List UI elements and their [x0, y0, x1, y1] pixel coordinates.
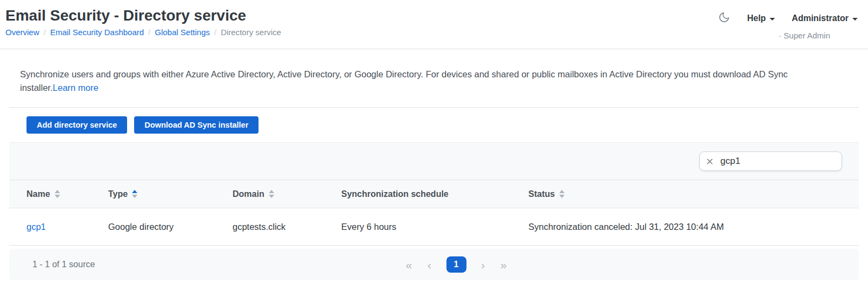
next-page-button[interactable]: ›: [479, 259, 487, 270]
sort-icon: [269, 190, 274, 198]
search-box[interactable]: [699, 151, 842, 171]
row-name-link[interactable]: gcp1: [26, 222, 46, 232]
column-header-type[interactable]: Type: [108, 189, 233, 199]
row-domain: gcptests.click: [233, 222, 341, 232]
previous-page-button[interactable]: ‹: [426, 259, 433, 270]
breadcrumb-current: Directory service: [221, 28, 281, 37]
breadcrumb-separator: /: [214, 28, 216, 37]
breadcrumb-email-security-dashboard[interactable]: Email Security Dashboard: [50, 28, 144, 37]
user-menu-label: Administrator: [792, 14, 849, 23]
row-schedule: Every 6 hours: [341, 222, 528, 232]
table-row[interactable]: gcp1 Google directory gcptests.click Eve…: [9, 208, 859, 246]
learn-more-link[interactable]: Learn more: [53, 83, 98, 93]
current-page-button[interactable]: 1: [446, 256, 466, 273]
page-header: Email Security - Directory service Overv…: [0, 0, 868, 49]
user-role-label: · Super Admin: [779, 31, 830, 40]
sort-icon: [559, 190, 565, 198]
row-type: Google directory: [108, 222, 233, 232]
clear-search-icon[interactable]: [705, 157, 714, 166]
moon-icon: [718, 11, 730, 25]
column-header-domain[interactable]: Domain: [233, 189, 341, 199]
column-header-name[interactable]: Name: [26, 189, 108, 199]
add-directory-service-button[interactable]: Add directory service: [26, 116, 127, 134]
description-text: Synchronize users and groups with either…: [20, 69, 788, 93]
chevron-down-icon: [852, 18, 858, 21]
help-menu-label: Help: [747, 14, 766, 23]
table-header-row: Name Type Domain Synchronization schedul…: [9, 180, 859, 208]
table-footer: 1 - 1 of 1 source « ‹ 1 › »: [9, 249, 859, 280]
breadcrumb-global-settings[interactable]: Global Settings: [155, 28, 210, 37]
directory-service-table: Name Type Domain Synchronization schedul…: [9, 142, 859, 280]
row-status: Synchronization canceled: Jul 31, 2023 1…: [528, 222, 859, 232]
breadcrumb-overview[interactable]: Overview: [5, 28, 39, 37]
download-ad-sync-installer-button[interactable]: Download AD Sync installer: [134, 116, 259, 134]
help-menu[interactable]: Help: [747, 14, 775, 23]
result-count: 1 - 1 of 1 source: [32, 260, 95, 269]
first-page-button[interactable]: «: [405, 259, 413, 270]
topbar-actions: Help Administrator: [718, 11, 858, 25]
last-page-button[interactable]: »: [500, 259, 507, 270]
breadcrumb-separator: /: [148, 28, 150, 37]
breadcrumb-separator: /: [44, 28, 46, 37]
chevron-down-icon: [770, 18, 775, 21]
column-header-status[interactable]: Status: [528, 189, 859, 199]
column-header-synchronization-schedule: Synchronization schedule: [341, 189, 528, 199]
page-description: Synchronize users and groups with either…: [0, 49, 800, 95]
toolbar: Add directory service Download AD Sync i…: [0, 108, 868, 134]
table-search-row: [9, 142, 859, 180]
breadcrumb: Overview / Email Security Dashboard / Gl…: [5, 28, 868, 37]
user-menu[interactable]: Administrator: [792, 14, 858, 23]
pagination: « ‹ 1 › »: [405, 256, 507, 273]
sort-icon-ascending: [132, 190, 137, 198]
dark-mode-toggle[interactable]: [718, 11, 730, 25]
search-input[interactable]: [720, 156, 840, 167]
sort-icon: [55, 190, 60, 198]
